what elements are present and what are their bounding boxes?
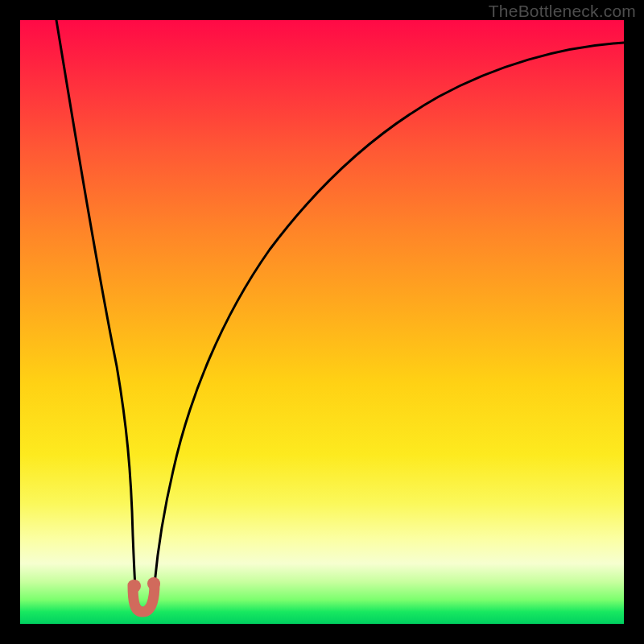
outer-frame: TheBottleneck.com <box>0 0 644 644</box>
foot-right-dot <box>147 577 160 590</box>
plot-area <box>20 20 624 624</box>
chart-svg <box>20 20 624 624</box>
watermark-text: TheBottleneck.com <box>489 2 636 21</box>
bottleneck-curve <box>56 20 624 609</box>
foot-left-dot <box>128 580 141 592</box>
